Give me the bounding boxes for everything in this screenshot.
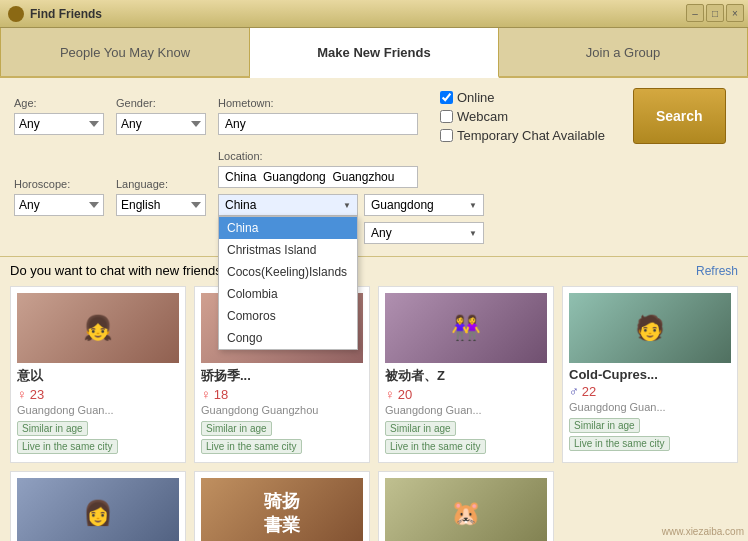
- province-select[interactable]: Guangdong ▼: [364, 194, 484, 216]
- age-select[interactable]: Any: [14, 113, 104, 135]
- close-button[interactable]: ×: [726, 4, 744, 22]
- country-dropdown-list[interactable]: China Christmas Island Cocos(Keeling)Isl…: [218, 216, 358, 350]
- tag-similar-age-1: Similar in age: [17, 421, 88, 436]
- card-gender-age-3: ♀ 20: [385, 387, 547, 402]
- temp-chat-checkbox[interactable]: [440, 129, 453, 142]
- language-select[interactable]: English: [116, 194, 206, 216]
- online-checkbox[interactable]: [440, 91, 453, 104]
- content-header: Do you want to chat with new friends? Fi…: [10, 263, 738, 278]
- temp-chat-checkbox-row: Temporary Chat Available: [440, 128, 605, 143]
- age-3: 20: [398, 387, 412, 402]
- tab-bar: People You May Know Make New Friends Joi…: [0, 28, 748, 78]
- tag-same-city-3: Live in the same city: [385, 439, 486, 454]
- tag-similar-age-2: Similar in age: [201, 421, 272, 436]
- hometown-filter: Hometown:: [218, 97, 418, 135]
- tag-same-city-2: Live in the same city: [201, 439, 302, 454]
- online-label: Online: [457, 90, 495, 105]
- country-option-cocos[interactable]: Cocos(Keeling)Islands: [219, 261, 357, 283]
- age-4: 22: [582, 384, 596, 399]
- hometown-input[interactable]: [218, 113, 418, 135]
- webcam-label: Webcam: [457, 109, 508, 124]
- chat-text: Do you want to chat with new friends?: [10, 263, 229, 278]
- gender-select[interactable]: Any: [116, 113, 206, 135]
- tag-similar-age-3: Similar in age: [385, 421, 456, 436]
- age-label: Age:: [14, 97, 104, 109]
- avatar-7: 🐹: [385, 478, 547, 541]
- card-location-1: Guangdong Guan...: [17, 404, 179, 416]
- country-dropdown-arrow: ▼: [343, 201, 351, 210]
- hometown-label: Hometown:: [218, 97, 418, 109]
- card-gender-age-2: ♀ 18: [201, 387, 363, 402]
- language-label: Language:: [116, 178, 206, 190]
- user-card-4[interactable]: 🧑 Cold-Cupres... ♂ 22 Guangdong Guan... …: [562, 286, 738, 463]
- province-value: Guangdong: [371, 198, 469, 212]
- card-gender-age-4: ♂ 22: [569, 384, 731, 399]
- card-name-2: 骄扬季...: [201, 367, 363, 385]
- age-1: 23: [30, 387, 44, 402]
- province-dropdown-arrow: ▼: [469, 201, 477, 210]
- user-card-6[interactable]: 骑扬書業 书业... ♀ 19 Guangdong Guan... Simila…: [194, 471, 370, 541]
- gender-icon-2: ♀: [201, 387, 211, 402]
- horoscope-label: Horoscope:: [14, 178, 104, 190]
- watermark: www.xiezaiba.com: [662, 526, 744, 537]
- tag-same-city-1: Live in the same city: [17, 439, 118, 454]
- country-option-comoros[interactable]: Comoros: [219, 305, 357, 327]
- horoscope-select[interactable]: Any: [14, 194, 104, 216]
- cards-grid: 👧 意以 ♀ 23 Guangdong Guan... Similar in a…: [10, 286, 738, 541]
- card-location-2: Guangdong Guangzhou: [201, 404, 363, 416]
- country-option-colombia[interactable]: Colombia: [219, 283, 357, 305]
- gender-filter: Gender: Any: [116, 97, 206, 135]
- country-option-congo[interactable]: Congo: [219, 327, 357, 349]
- country-option-china[interactable]: China: [219, 217, 357, 239]
- tab-join-group[interactable]: Join a Group: [499, 28, 748, 76]
- country-select-trigger[interactable]: China ▼: [218, 194, 358, 216]
- user-card-7[interactable]: 🐹 @时代创富 ♀ 23 Guangdong Guan... Similar i…: [378, 471, 554, 541]
- checkboxes-group: Online Webcam Temporary Chat Available: [440, 90, 605, 143]
- minimize-button[interactable]: –: [686, 4, 704, 22]
- search-button[interactable]: Search: [633, 88, 726, 144]
- user-card-3[interactable]: 👭 被动者、Z ♀ 20 Guangdong Guan... Similar i…: [378, 286, 554, 463]
- tag-same-city-4: Live in the same city: [569, 436, 670, 451]
- age-filter: Age: Any: [14, 97, 104, 135]
- user-card-1[interactable]: 👧 意以 ♀ 23 Guangdong Guan... Similar in a…: [10, 286, 186, 463]
- user-card-5[interactable]: 👩 ... ♀ 21 Guangdong Guan... Similar in …: [10, 471, 186, 541]
- app-icon: [8, 6, 24, 22]
- location-sub-row: China ▼ China Christmas Island Cocos(Kee…: [218, 194, 484, 216]
- card-name-4: Cold-Cupres...: [569, 367, 731, 382]
- location-filter: Location: China ▼ China Christmas Island…: [218, 150, 484, 244]
- maximize-button[interactable]: □: [706, 4, 724, 22]
- tab-make-friends[interactable]: Make New Friends: [250, 28, 499, 78]
- card-name-3: 被动者、Z: [385, 367, 547, 385]
- gender-icon-3: ♀: [385, 387, 395, 402]
- webcam-checkbox[interactable]: [440, 110, 453, 123]
- webcam-checkbox-row: Webcam: [440, 109, 605, 124]
- language-filter: Language: English: [116, 178, 206, 216]
- refresh-button[interactable]: Refresh: [696, 264, 738, 278]
- avatar-1: 👧: [17, 293, 179, 363]
- age-2: 18: [214, 387, 228, 402]
- card-location-3: Guangdong Guan...: [385, 404, 547, 416]
- city-value: Any: [371, 226, 469, 240]
- avatar-3: 👭: [385, 293, 547, 363]
- tag-similar-age-4: Similar in age: [569, 418, 640, 433]
- window-controls: – □ ×: [686, 4, 744, 22]
- location-input[interactable]: [218, 166, 418, 188]
- filter-section: Age: Any Gender: Any Hometown: Online: [0, 78, 748, 257]
- avatar-6: 骑扬書業: [201, 478, 363, 541]
- country-dropdown-wrapper: China ▼ China Christmas Island Cocos(Kee…: [218, 194, 358, 216]
- city-select[interactable]: Any ▼: [364, 222, 484, 244]
- country-selected-value: China: [225, 198, 343, 212]
- avatar-5: 👩: [17, 478, 179, 541]
- title-bar: Find Friends – □ ×: [0, 0, 748, 28]
- avatar-4: 🧑: [569, 293, 731, 363]
- online-checkbox-row: Online: [440, 90, 605, 105]
- gender-icon-4: ♂: [569, 384, 579, 399]
- city-dropdown-arrow: ▼: [469, 229, 477, 238]
- card-location-4: Guangdong Guan...: [569, 401, 731, 413]
- window-title: Find Friends: [30, 7, 102, 21]
- horoscope-filter: Horoscope: Any: [14, 178, 104, 216]
- gender-label: Gender:: [116, 97, 206, 109]
- country-option-christmas[interactable]: Christmas Island: [219, 239, 357, 261]
- tab-people[interactable]: People You May Know: [0, 28, 250, 76]
- gender-icon-1: ♀: [17, 387, 27, 402]
